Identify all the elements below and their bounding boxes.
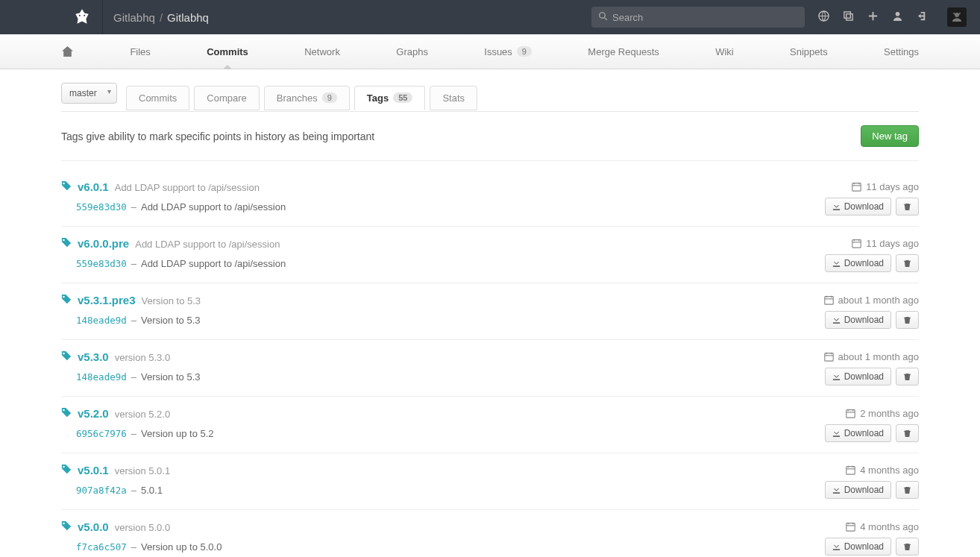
nav-home[interactable] <box>61 34 74 69</box>
project-name[interactable]: Gitlabhq <box>167 11 209 24</box>
globe-icon[interactable] <box>818 10 829 24</box>
tag-message: Add LDAP support to /api/session <box>115 182 260 193</box>
copy-icon[interactable] <box>843 10 854 24</box>
commit-sha[interactable]: 559e83d30 <box>76 201 127 213</box>
commit-sha[interactable]: 148eade9d <box>76 371 127 383</box>
trash-icon <box>903 373 911 381</box>
trash-icon <box>903 429 911 438</box>
branches-count: 9 <box>322 92 337 103</box>
nav-wiki[interactable]: Wiki <box>715 34 734 69</box>
group-name[interactable]: Gitlabhq <box>113 11 155 24</box>
signout-icon[interactable] <box>917 10 928 24</box>
branch-select[interactable]: master <box>61 83 117 104</box>
calendar-icon <box>852 182 861 192</box>
commit-message: Add LDAP support to /api/session <box>141 258 286 269</box>
search-box[interactable] <box>591 7 805 28</box>
tag-name-link[interactable]: v5.2.0 <box>78 407 109 420</box>
delete-button[interactable] <box>896 254 919 272</box>
breadcrumb-slash: / <box>160 11 163 24</box>
calendar-icon <box>824 352 834 362</box>
tag-message: version 5.2.0 <box>115 409 170 420</box>
commit-sha[interactable]: 907a8f42a <box>76 485 127 496</box>
tag-name-link[interactable]: v5.3.0 <box>78 350 109 363</box>
user-icon[interactable] <box>892 10 903 24</box>
delete-button[interactable] <box>896 481 919 499</box>
tag-message: version 5.0.0 <box>115 522 170 533</box>
search-input[interactable] <box>612 12 797 23</box>
download-button[interactable]: Download <box>825 311 891 329</box>
commit-sha[interactable]: 559e83d30 <box>76 258 127 269</box>
commit-message: 5.0.1 <box>141 485 163 496</box>
delete-button[interactable] <box>896 198 919 215</box>
tag-item: v5.0.0 version 5.0.0 4 months ago f7ca6c… <box>61 510 919 557</box>
logo[interactable] <box>61 0 103 34</box>
project-breadcrumb[interactable]: Gitlabhq / Gitlabhq <box>113 11 209 24</box>
download-button[interactable]: Download <box>825 198 891 215</box>
plus-icon[interactable] <box>867 10 879 24</box>
subtab-stats[interactable]: Stats <box>430 86 477 110</box>
commit-message: Version up to 5.0.0 <box>141 541 222 553</box>
commit-sha[interactable]: 6956c7976 <box>76 428 127 439</box>
nav-settings[interactable]: Settings <box>884 34 919 69</box>
nav-graphs[interactable]: Graphs <box>396 34 428 69</box>
tag-time: 4 months ago <box>846 521 919 532</box>
issues-count: 9 <box>517 46 532 57</box>
nav-snippets[interactable]: Snippets <box>790 34 828 69</box>
nav-issues[interactable]: Issues9 <box>484 34 532 69</box>
tag-icon <box>61 464 72 476</box>
description-row: Tags give ability to mark specific point… <box>61 112 919 161</box>
tag-name-link[interactable]: v6.0.1 <box>78 180 109 193</box>
svg-rect-13 <box>846 523 855 532</box>
download-icon <box>832 259 841 268</box>
calendar-icon <box>846 522 855 532</box>
delete-button[interactable] <box>896 424 919 442</box>
download-button[interactable]: Download <box>825 424 891 442</box>
tag-time: 11 days ago <box>852 181 919 192</box>
tag-time: about 1 month ago <box>824 351 919 362</box>
tag-item: v5.2.0 version 5.2.0 2 months ago 6956c7… <box>61 397 919 453</box>
download-button[interactable]: Download <box>825 254 891 272</box>
nav-files[interactable]: Files <box>130 34 150 69</box>
new-tag-button[interactable]: New tag <box>861 125 919 147</box>
tag-name-link[interactable]: v6.0.0.pre <box>78 237 129 250</box>
nav-network[interactable]: Network <box>304 34 340 69</box>
delete-button[interactable] <box>896 538 919 556</box>
svg-rect-8 <box>852 240 861 248</box>
download-icon <box>832 429 841 438</box>
commit-sha[interactable]: 148eade9d <box>76 315 127 326</box>
topbar: Gitlabhq / Gitlabhq <box>0 0 980 34</box>
svg-rect-7 <box>852 183 861 192</box>
delete-button[interactable] <box>896 368 919 386</box>
subtab-tags[interactable]: Tags55 <box>354 86 426 110</box>
commit-message: Version to 5.3 <box>141 371 201 383</box>
main-content: master Commits Compare Branches9 Tags55 … <box>54 69 926 557</box>
subtab-commits[interactable]: Commits <box>126 86 189 110</box>
tag-name-link[interactable]: v5.0.0 <box>78 520 109 533</box>
subtab-compare[interactable]: Compare <box>194 86 259 110</box>
avatar[interactable] <box>947 7 967 27</box>
gitlab-logo-icon <box>72 7 92 27</box>
svg-rect-3 <box>844 12 850 18</box>
download-button[interactable]: Download <box>825 538 891 556</box>
svg-rect-10 <box>824 353 832 362</box>
download-button[interactable]: Download <box>825 368 891 386</box>
nav-merge-requests[interactable]: Merge Requests <box>588 34 659 69</box>
tag-name-link[interactable]: v5.3.1.pre3 <box>78 294 136 306</box>
subtab-branches[interactable]: Branches9 <box>264 86 350 110</box>
tag-name-link[interactable]: v5.0.1 <box>78 464 109 476</box>
subtabs: Commits Compare Branches9 Tags55 Stats <box>126 85 482 110</box>
svg-point-6 <box>955 13 959 17</box>
calendar-icon <box>852 239 861 248</box>
download-button[interactable]: Download <box>825 481 891 499</box>
project-nav: Files Commits Network Graphs Issues9 Mer… <box>0 34 980 69</box>
calendar-icon <box>824 295 834 305</box>
tag-time: 11 days ago <box>852 238 919 249</box>
tag-time: about 1 month ago <box>824 295 919 306</box>
delete-button[interactable] <box>896 311 919 329</box>
commit-sha[interactable]: f7ca6c507 <box>76 541 127 553</box>
svg-rect-11 <box>846 410 855 418</box>
search-icon <box>599 12 608 23</box>
calendar-icon <box>846 409 855 418</box>
nav-commits[interactable]: Commits <box>207 34 248 69</box>
trash-icon <box>903 316 911 324</box>
